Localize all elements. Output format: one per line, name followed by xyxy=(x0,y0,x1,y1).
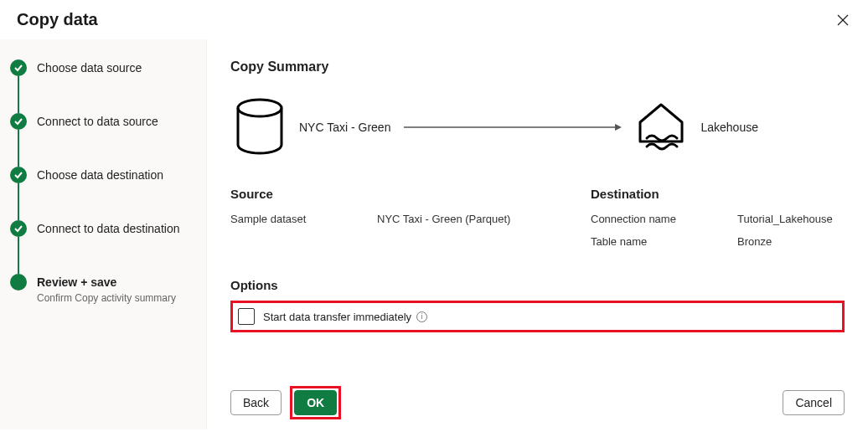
destination-section: Destination Connection name Tutorial_Lak… xyxy=(591,187,868,258)
source-section: Source Sample dataset NYC Taxi - Green (… xyxy=(230,187,557,258)
check-circle-icon xyxy=(10,167,27,183)
lakehouse-icon xyxy=(635,101,687,153)
step-label: Choose data source xyxy=(27,59,142,76)
dialog-title: Copy data xyxy=(17,10,98,29)
database-icon xyxy=(234,98,286,157)
current-step-icon xyxy=(10,274,27,291)
connection-name-value: Tutorial_Lakehouse xyxy=(737,213,833,225)
close-icon xyxy=(836,13,850,27)
options-heading: Options xyxy=(230,278,845,292)
check-circle-icon xyxy=(10,59,27,76)
option-start-immediately: Start data transfer immediately i xyxy=(230,301,845,332)
step-connect-data-destination[interactable]: Connect to data destination xyxy=(10,220,206,274)
main-panel: Copy Summary NYC Taxi - Green xyxy=(207,39,868,429)
step-connect-data-source[interactable]: Connect to data source xyxy=(10,113,206,167)
source-dataset-value: NYC Taxi - Green (Parquet) xyxy=(377,213,510,225)
back-button[interactable]: Back xyxy=(230,390,282,415)
arrow-icon xyxy=(404,122,622,132)
destination-name: Lakehouse xyxy=(700,121,758,134)
ok-button[interactable]: OK xyxy=(294,390,337,415)
source-heading: Source xyxy=(230,187,557,201)
cancel-button[interactable]: Cancel xyxy=(783,390,845,415)
check-circle-icon xyxy=(10,220,27,237)
step-sublabel: Confirm Copy activity summary xyxy=(27,292,176,304)
source-name: NYC Taxi - Green xyxy=(299,121,390,134)
table-name-label: Table name xyxy=(591,235,737,248)
destination-heading: Destination xyxy=(591,187,868,201)
source-dataset-label: Sample dataset xyxy=(230,213,377,225)
connection-name-label: Connection name xyxy=(591,213,737,225)
svg-point-2 xyxy=(238,100,282,116)
step-review-save[interactable]: Review + save Confirm Copy activity summ… xyxy=(10,274,206,304)
table-name-value: Bronze xyxy=(737,235,772,248)
copy-diagram: NYC Taxi - Green Lakehouse xyxy=(230,98,845,157)
step-label: Choose data destination xyxy=(27,167,163,183)
close-button[interactable] xyxy=(834,12,851,28)
start-immediately-label: Start data transfer immediately xyxy=(263,311,411,323)
start-immediately-checkbox[interactable] xyxy=(238,308,255,325)
info-icon[interactable]: i xyxy=(416,311,427,322)
dialog-header: Copy data xyxy=(0,0,868,39)
step-label: Connect to data source xyxy=(27,113,158,130)
wizard-sidebar: Choose data source Connect to data sourc… xyxy=(0,39,207,429)
summary-title: Copy Summary xyxy=(230,59,845,75)
step-label: Connect to data destination xyxy=(27,220,179,237)
check-circle-icon xyxy=(10,113,27,130)
dialog-footer: Back OK Cancel xyxy=(230,371,845,419)
step-choose-data-source[interactable]: Choose data source xyxy=(10,59,206,113)
step-label: Review + save xyxy=(27,274,176,291)
step-choose-data-destination[interactable]: Choose data destination xyxy=(10,167,206,220)
